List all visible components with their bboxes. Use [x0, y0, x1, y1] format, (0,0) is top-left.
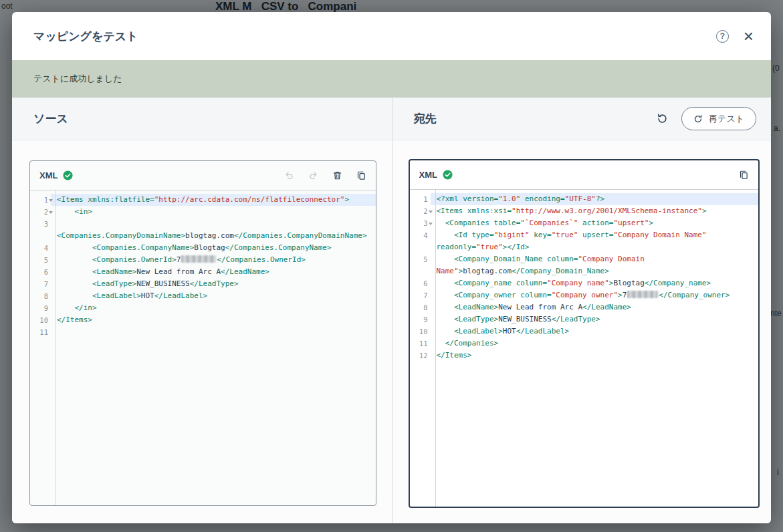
code-line: 2<Items xmlns:xsi="http://www.w3.org/200… [410, 205, 759, 217]
line-number: 10 [410, 325, 431, 338]
copy-icon[interactable] [739, 170, 749, 180]
code-line: 11 </Companies> [410, 338, 759, 350]
line-number: 11 [30, 326, 51, 338]
destination-editor-tools [739, 170, 749, 180]
destination-heading: 宛先 [414, 111, 437, 126]
line-number: 8 [30, 290, 51, 302]
panels: XML [12, 140, 771, 523]
line-number [410, 241, 431, 253]
retest-button-label: 再テスト [709, 113, 744, 125]
code-line: 10 <LeadLabel>HOT</LeadLabel> [410, 325, 759, 338]
line-number: 7 [30, 278, 51, 290]
help-icon[interactable]: ? [716, 30, 729, 43]
code-line: 4 <Id type="bigint" key="true" upsert="C… [410, 229, 759, 241]
line-number: 4 [410, 229, 431, 241]
source-editor-toolbar: XML [30, 161, 376, 190]
line-number: 8 [410, 301, 431, 313]
code-line: <Companies.CompanyDomainName>blogtag.com… [30, 230, 376, 242]
code-line: 9 <LeadType>NEW_BUSINESS</LeadType> [410, 313, 759, 325]
code-line: 2 <in> [30, 206, 376, 218]
code-line: 4 <Companies.CompanyName>Blogtag</Compan… [30, 242, 376, 254]
close-icon[interactable]: × [744, 29, 754, 43]
trash-icon[interactable] [332, 170, 342, 180]
source-editor-tools [284, 170, 366, 180]
success-message: テストに成功しました [33, 73, 122, 85]
code-line: 11 [30, 326, 376, 338]
destination-header-cell: 宛先 再テスト [392, 98, 772, 140]
source-editor: XML [29, 160, 376, 506]
redacted-value [627, 291, 658, 298]
source-header-cell: ソース [12, 98, 392, 140]
code-line: 8 <LeadLabel>HOT</LeadLabel> [30, 290, 376, 302]
code-line: 5 <Company_Domain_Name column="Company D… [410, 253, 759, 265]
line-number: 1 [30, 194, 51, 206]
line-number [410, 265, 431, 277]
destination-editor: XML 1<?xml version="1.0" encoding="UTF-8 [409, 159, 760, 508]
redo-icon[interactable] [308, 170, 318, 180]
line-number: 11 [410, 338, 431, 350]
line-number: 1 [410, 193, 431, 205]
valid-check-icon [63, 170, 73, 180]
source-panel: XML [12, 140, 392, 523]
code-line: 7 <Company_owner column="Company owner">… [410, 289, 759, 301]
code-line: 6 <Company_name column="Company name">Bl… [410, 277, 759, 289]
dialog-header: マッピングをテスト ? × [12, 12, 771, 60]
line-number: 3 [30, 218, 51, 230]
line-number: 9 [30, 302, 51, 314]
destination-language-label: XML [419, 170, 437, 180]
destination-actions: 再テスト [657, 107, 756, 130]
line-number: 5 [410, 253, 431, 265]
line-number: 2 [410, 205, 431, 217]
line-number [30, 230, 51, 242]
code-line: Name">blogtag.com</Company_Domain_Name> [410, 265, 759, 277]
copy-icon[interactable] [356, 170, 366, 180]
code-line: 10</Items> [30, 314, 376, 326]
source-heading: ソース [33, 111, 68, 126]
code-line: readonly="true"></Id> [410, 241, 759, 253]
line-number: 6 [410, 277, 431, 289]
code-line: 9 </in> [30, 302, 376, 314]
line-number: 6 [30, 266, 51, 278]
line-number: 10 [30, 314, 51, 326]
destination-panel: XML 1<?xml version="1.0" encoding="UTF-8 [392, 140, 772, 523]
code-line: 5 <Companies.OwnerId>7</Companies.OwnerI… [30, 254, 376, 266]
code-line: 12</Items> [410, 350, 759, 362]
retest-button[interactable]: 再テスト [681, 107, 756, 130]
code-line: 6 <LeadName>New Lead from Arc A</LeadNam… [30, 266, 376, 278]
code-line: 7 <LeadType>NEW_BUSINESS</LeadType> [30, 278, 376, 290]
code-line: 3 [30, 218, 376, 230]
destination-editor-toolbar: XML [410, 160, 759, 190]
code-line: 3 <Companies table="`Companies`" action=… [410, 217, 759, 229]
code-line: 8 <LeadName>New Lead from Arc A</LeadNam… [410, 301, 759, 313]
success-banner: テストに成功しました [12, 60, 771, 98]
code-line: 1<Items xmlns:flatfile="http://arc.cdata… [30, 194, 376, 206]
dialog-header-actions: ? × [716, 29, 754, 43]
destination-code-area[interactable]: 1<?xml version="1.0" encoding="UTF-8"?>2… [410, 190, 759, 507]
undo-icon[interactable] [657, 113, 668, 124]
line-number: 3 [410, 217, 431, 229]
code-line: 1<?xml version="1.0" encoding="UTF-8"?> [410, 193, 759, 205]
line-number: 5 [30, 254, 51, 266]
redacted-value [181, 255, 216, 263]
line-number: 2 [30, 206, 51, 218]
test-mapping-dialog: マッピングをテスト ? × テストに成功しました ソース 宛先 [12, 12, 771, 523]
undo-icon[interactable] [284, 170, 294, 180]
line-number: 12 [410, 350, 431, 362]
line-number: 9 [410, 313, 431, 325]
line-number: 4 [30, 242, 51, 254]
panel-headers: ソース 宛先 再テスト [12, 98, 771, 140]
source-code-area[interactable]: 1<Items xmlns:flatfile="http://arc.cdata… [30, 190, 376, 505]
dialog-title: マッピングをテスト [33, 29, 716, 44]
refresh-icon [693, 114, 703, 124]
source-language-label: XML [39, 170, 58, 180]
line-number: 7 [410, 289, 431, 301]
valid-check-icon [443, 170, 453, 180]
